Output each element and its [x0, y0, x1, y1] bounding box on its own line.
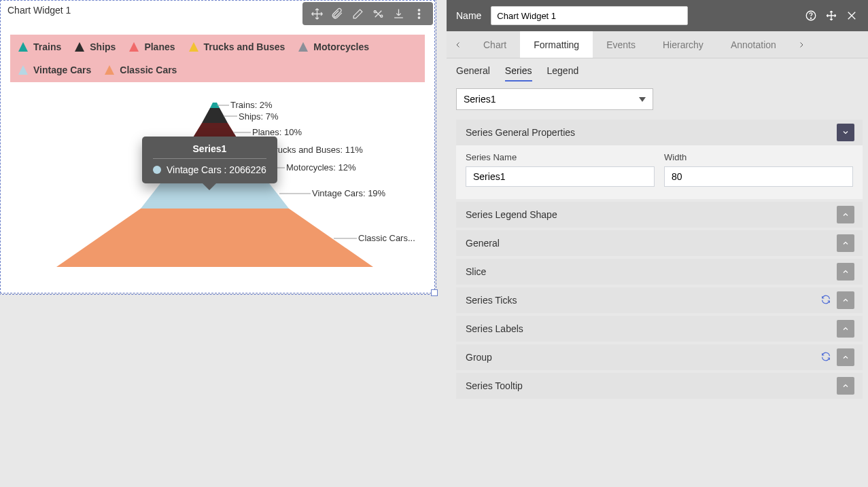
tab-annotation[interactable]: Annotation [717, 31, 790, 58]
acc-slice: Slice [456, 259, 863, 285]
move-icon[interactable] [307, 5, 327, 22]
legend: Trains Ships Planes Trucks and Buses Mot… [10, 35, 425, 82]
panel-header: Name [447, 0, 868, 31]
triangle-icon [75, 42, 84, 52]
acc-head-series-general[interactable]: Series General Properties [456, 120, 863, 145]
widget-toolbar [302, 2, 433, 25]
attach-icon[interactable] [327, 5, 347, 22]
slice-label-trucks: Trucks and Buses: 11% [270, 145, 363, 155]
name-input[interactable] [491, 6, 688, 25]
name-input-wrap [491, 6, 695, 25]
acc-general: General [456, 230, 863, 256]
triangle-icon [105, 65, 114, 75]
tab-formatting[interactable]: Formatting [520, 31, 593, 58]
tooltip-series-title: Series1 [153, 143, 266, 159]
sub-tabs: General Series Legend [447, 58, 868, 82]
chevron-down-icon [837, 124, 854, 141]
acc-body-series-general: Series Name Width [456, 145, 863, 199]
subtab-legend[interactable]: Legend [547, 65, 579, 82]
triangle-icon [18, 65, 28, 75]
svg-point-18 [810, 18, 811, 18]
chevron-up-icon [837, 206, 854, 223]
move-panel-icon[interactable] [824, 9, 838, 22]
close-icon[interactable] [845, 9, 858, 22]
tab-chart[interactable]: Chart [470, 31, 520, 58]
slice-label-classic: Classic Cars... [358, 233, 415, 243]
name-label: Name [456, 10, 481, 21]
acc-head-general[interactable]: General [456, 230, 863, 256]
width-label: Width [664, 152, 853, 162]
subtab-series[interactable]: Series [505, 65, 532, 82]
slice-label-trains: Trains: 2% [230, 100, 273, 110]
legend-item-ships[interactable]: Ships [75, 41, 116, 52]
tab-hierarchy[interactable]: Hierarchy [649, 31, 717, 58]
slice-label-planes: Planes: 10% [252, 127, 302, 137]
chevron-up-icon [837, 291, 854, 309]
refresh-icon[interactable] [820, 351, 831, 364]
more-icon[interactable] [409, 5, 429, 22]
series-name-label: Series Name [466, 152, 655, 162]
legend-item-trucks[interactable]: Trucks and Buses [189, 41, 285, 52]
legend-item-classic[interactable]: Classic Cars [105, 65, 177, 75]
properties-panel: Name Chart Formatting Events Hierarchy A… [447, 0, 868, 487]
legend-item-vintage[interactable]: Vintage Cars [18, 65, 91, 75]
edit-icon[interactable] [347, 5, 368, 22]
accordion: Series General Properties Series Name Wi… [447, 120, 868, 399]
series-name-input[interactable] [466, 166, 655, 187]
series-dropdown[interactable]: Series1 [456, 88, 653, 110]
svg-marker-9 [56, 209, 373, 267]
legend-item-motorcycles[interactable]: Motorcycles [298, 41, 369, 52]
resize-handle-br[interactable] [431, 289, 438, 296]
acc-head-slice[interactable]: Slice [456, 259, 863, 285]
triangle-icon [129, 42, 139, 52]
chevron-up-icon [837, 263, 854, 281]
series-dropdown-value: Series1 [464, 94, 496, 105]
acc-head-group[interactable]: Group [456, 344, 863, 370]
download-icon[interactable] [388, 5, 409, 22]
svg-marker-4 [202, 108, 228, 123]
chevron-up-icon [837, 348, 854, 366]
chart-tooltip: Series1 Vintage Cars : 2066226 [142, 137, 277, 183]
chart-widget[interactable]: Chart Widget 1 Trains Ships Planes Truck… [0, 0, 435, 293]
canvas-area: Chart Widget 1 Trains Ships Planes Truck… [0, 0, 447, 487]
acc-head-legend-shape[interactable]: Series Legend Shape [456, 202, 863, 228]
svg-point-0 [418, 9, 420, 11]
chevron-down-icon [639, 97, 646, 102]
acc-head-series-tooltip[interactable]: Series Tooltip [456, 373, 863, 399]
triangle-icon [189, 42, 198, 52]
acc-head-series-labels[interactable]: Series Labels [456, 316, 863, 342]
legend-item-trains[interactable]: Trains [18, 41, 61, 52]
svg-point-1 [418, 13, 420, 15]
acc-head-series-ticks[interactable]: Series Ticks [456, 287, 863, 313]
acc-series-ticks: Series Ticks [456, 287, 863, 313]
width-input[interactable] [664, 166, 853, 187]
svg-point-2 [418, 16, 420, 18]
help-icon[interactable] [804, 9, 818, 22]
triangle-icon [18, 42, 28, 52]
slice-label-ships: Ships: 7% [239, 111, 279, 122]
legend-item-planes[interactable]: Planes [129, 41, 175, 52]
acc-series-tooltip: Series Tooltip [456, 373, 863, 399]
slice-label-motorcycles: Motorcycles: 12% [286, 162, 356, 173]
subtab-general[interactable]: General [456, 65, 490, 82]
slice-label-vintage: Vintage Cars: 19% [312, 188, 385, 198]
tab-events[interactable]: Events [593, 31, 649, 58]
chevron-up-icon [837, 320, 854, 338]
tab-scroll-right-icon[interactable] [790, 31, 813, 58]
acc-series-labels: Series Labels [456, 316, 863, 342]
tab-scroll-left-icon[interactable] [447, 31, 470, 58]
acc-series-general-properties: Series General Properties Series Name Wi… [456, 120, 863, 199]
tooltip-text: Vintage Cars : 2066226 [167, 164, 266, 175]
tooltip-dot-icon [153, 166, 161, 174]
acc-group: Group [456, 344, 863, 370]
chevron-up-icon [837, 234, 854, 252]
triangle-icon [298, 42, 308, 52]
tools-icon[interactable] [368, 5, 388, 22]
chevron-up-icon [837, 377, 854, 395]
main-tabs: Chart Formatting Events Hierarchy Annota… [447, 31, 868, 58]
acc-series-legend-shape: Series Legend Shape [456, 202, 863, 228]
refresh-icon[interactable] [820, 294, 831, 307]
